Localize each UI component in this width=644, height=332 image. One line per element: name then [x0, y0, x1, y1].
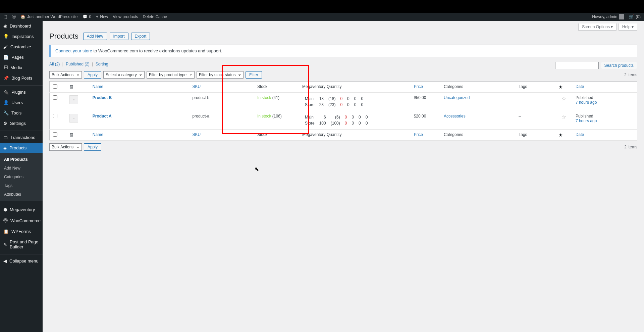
sidebar-item-media[interactable]: 🎞Media — [0, 62, 43, 73]
sidebar-item-label: Transactions — [10, 135, 35, 140]
submenu-item-all-products[interactable]: All Products — [0, 155, 43, 164]
sidebar-item-plugins[interactable]: 🔌Plugins — [0, 85, 43, 97]
product-sku: product-b — [189, 93, 254, 111]
filter-published[interactable]: Published (2) — [66, 62, 90, 66]
about-wp-icon[interactable]: ⬚ — [3, 14, 7, 19]
cart-link[interactable]: 🛒 (0) — [629, 14, 641, 19]
image-column-icon: ▧ — [69, 84, 73, 89]
publish-date[interactable]: 7 hours ago — [576, 100, 597, 105]
sidebar-item-transactions[interactable]: 🗃Transactions — [0, 131, 43, 143]
product-thumb[interactable]: ▫ — [69, 114, 78, 123]
sidebar-item-label: Tools — [11, 110, 21, 115]
filter-sorting[interactable]: Sorting — [96, 62, 108, 66]
plus-icon: + — [96, 14, 98, 19]
submenu-item-attributes[interactable]: Attributes — [0, 190, 43, 199]
connect-store-link[interactable]: Connect your store — [55, 48, 92, 53]
mv-col-d: 0 — [364, 121, 370, 126]
search-input[interactable] — [555, 62, 599, 69]
sidebar-item-label: Post and Page Builder — [10, 239, 39, 249]
sidebar-item-pages[interactable]: 📄Pages — [0, 52, 43, 62]
bulk-actions-select[interactable]: Bulk Actions — [49, 71, 82, 79]
add-new-button[interactable]: Add New — [83, 33, 107, 40]
avatar-icon — [619, 14, 624, 19]
filter-all[interactable]: All (2) — [49, 62, 60, 66]
mv-paren: (18) — [326, 96, 337, 101]
gear-icon: ⚙ — [3, 121, 7, 126]
sidebar-item-inspirations[interactable]: 💡Inspirations — [0, 31, 43, 42]
view-products-link[interactable]: View products — [113, 14, 138, 19]
howdy-link[interactable]: Howdy, admin — [592, 14, 624, 19]
sidebar-item-settings[interactable]: ⚙Settings — [0, 118, 43, 129]
mv-quantity-table: Main6(6)0000Store100(100)0000 — [302, 114, 370, 127]
wp-admin-bar: ⬚ ⓦ 🏠 Just another WordPress site 💬 0 + … — [0, 13, 644, 21]
submenu-item-add-new[interactable]: Add New — [0, 164, 43, 173]
publish-date[interactable]: 7 hours ago — [576, 118, 597, 123]
sidebar-item-collapse-menu[interactable]: ◀Collapse menu — [0, 254, 43, 266]
mv-col-c: 0 — [357, 121, 363, 126]
search-button[interactable]: Search products — [601, 62, 637, 69]
product-category-link[interactable]: Uncategorized — [444, 95, 470, 100]
sidebar-item-dashboard[interactable]: ◉Dashboard — [0, 21, 43, 31]
product-type-filter-select[interactable]: Filter by product type — [147, 71, 195, 79]
col-price-foot[interactable]: Price — [411, 130, 440, 141]
home-icon: 🏠 — [20, 14, 25, 19]
comments-link[interactable]: 💬 0 — [83, 14, 92, 19]
sidebar-item-tools[interactable]: 🔧Tools — [0, 108, 43, 118]
row-checkbox[interactable] — [53, 95, 57, 100]
submenu-item-tags[interactable]: Tags — [0, 181, 43, 190]
col-name[interactable]: Name — [89, 82, 189, 93]
select-all-checkbox-foot[interactable] — [53, 132, 57, 137]
featured-star-toggle[interactable]: ☆ — [561, 96, 566, 101]
mv-col-c: 0 — [352, 96, 359, 101]
sidebar-item-users[interactable]: 👤Users — [0, 97, 43, 108]
select-all-checkbox[interactable] — [53, 84, 57, 89]
col-sku-foot[interactable]: SKU — [189, 130, 254, 141]
sidebar-item-customize[interactable]: 🖌Customize — [0, 42, 43, 52]
wp-logo-icon[interactable]: ⓦ — [12, 14, 16, 20]
new-link[interactable]: + New — [96, 14, 108, 19]
main-content: Screen Options ▾ Help ▾ Products Add New… — [43, 21, 644, 332]
submenu-item-categories[interactable]: Categories — [0, 173, 43, 181]
filter-button[interactable]: Filter — [246, 71, 262, 79]
table-row: ▫Product Bproduct-bIn stock (41)Main18(1… — [50, 93, 637, 111]
sidebar-item-wpforms[interactable]: 📋WPForms — [0, 226, 43, 237]
product-category-link[interactable]: Accessories — [444, 114, 466, 118]
featured-star-toggle[interactable]: ☆ — [561, 114, 566, 120]
cube-icon: ⬢ — [3, 207, 7, 212]
product-thumb[interactable]: ▫ — [69, 95, 78, 104]
new-label: New — [100, 14, 108, 19]
sidebar-item-post-and-page-builder[interactable]: ✎Post and Page Builder — [0, 237, 43, 252]
col-date-foot[interactable]: Date — [572, 130, 637, 141]
product-price: $20.00 — [411, 111, 440, 130]
apply-bulk-button[interactable]: Apply — [84, 71, 101, 79]
export-button[interactable]: Export — [131, 33, 150, 40]
sidebar-item-products[interactable]: ◈Products — [0, 143, 43, 153]
sidebar-item-megaventory[interactable]: ⬢Megaventory — [0, 203, 43, 215]
col-sku[interactable]: SKU — [189, 82, 254, 93]
mv-col-c: 0 — [352, 102, 359, 107]
col-price[interactable]: Price — [411, 82, 440, 93]
pencil-icon: ✎ — [3, 242, 7, 247]
sidebar-item-label: Media — [10, 65, 22, 70]
apply-bulk-button-bottom[interactable]: Apply — [84, 143, 101, 151]
woo-icon: ⓦ — [3, 218, 8, 224]
sidebar-item-woocommerce[interactable]: ⓦWooCommerce — [0, 215, 43, 226]
sidebar-item-blog-posts[interactable]: 📌Blog Posts — [0, 73, 43, 83]
col-date[interactable]: Date — [572, 82, 637, 93]
screen-options-tab[interactable]: Screen Options ▾ — [578, 23, 616, 31]
mv-paren: (100) — [329, 121, 342, 126]
product-name-link[interactable]: Product A — [93, 114, 112, 118]
help-tab[interactable]: Help ▾ — [619, 23, 637, 31]
site-link[interactable]: 🏠 Just another WordPress site — [20, 14, 78, 19]
stock-status-filter-select[interactable]: Filter by stock status — [197, 71, 244, 79]
stock-qty: (106) — [272, 114, 282, 118]
bulk-actions-select-bottom[interactable]: Bulk Actions — [49, 143, 82, 151]
import-button[interactable]: Import — [110, 33, 128, 40]
delete-cache-link[interactable]: Delete Cache — [143, 14, 167, 19]
col-name-foot[interactable]: Name — [89, 130, 189, 141]
comment-icon: 💬 — [83, 14, 88, 19]
product-name-link[interactable]: Product B — [93, 95, 112, 100]
row-checkbox[interactable] — [53, 114, 57, 118]
category-filter-select[interactable]: Select a category — [103, 71, 145, 79]
mv-location: Main — [303, 96, 317, 101]
